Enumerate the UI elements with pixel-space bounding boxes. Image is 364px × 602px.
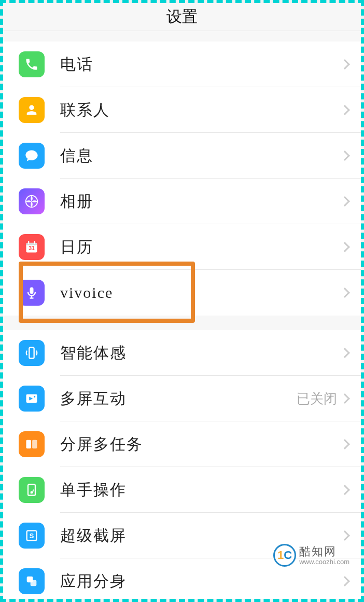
chevron-right-icon <box>340 439 350 449</box>
svg-text:31: 31 <box>29 245 35 251</box>
row-label: 应用分身 <box>60 571 341 592</box>
settings-row-voice[interactable]: vivoice <box>3 270 361 316</box>
phone-icon <box>19 51 45 77</box>
chevron-right-icon <box>340 105 350 115</box>
chevron-right-icon <box>340 288 350 298</box>
svg-rect-9 <box>29 348 34 359</box>
chevron-right-icon <box>340 348 350 358</box>
row-label: 单手操作 <box>60 480 341 501</box>
chevron-right-icon <box>340 150 350 161</box>
row-label: 联系人 <box>60 100 341 121</box>
svg-rect-15 <box>28 485 35 496</box>
svg-point-12 <box>34 396 35 398</box>
chevron-right-icon <box>340 196 350 207</box>
row-label: 信息 <box>60 145 341 167</box>
row-label: 智能体感 <box>60 343 341 364</box>
page-title: 设置 <box>166 6 198 28</box>
screenshot-icon: S <box>19 523 45 549</box>
svg-rect-19 <box>31 580 37 586</box>
contacts-icon <box>19 97 45 123</box>
chevron-right-icon <box>340 59 350 70</box>
voice-icon <box>19 280 45 306</box>
multiscreen-icon <box>19 386 45 412</box>
svg-text:S: S <box>30 532 34 540</box>
row-label: 日历 <box>60 237 341 258</box>
settings-row-multiscreen[interactable]: 多屏互动已关闭 <box>3 376 361 421</box>
row-value: 已关闭 <box>297 390 337 408</box>
svg-rect-3 <box>28 241 29 244</box>
calendar-icon: 31 <box>19 234 45 260</box>
svg-rect-14 <box>32 440 37 448</box>
settings-row-onehand[interactable]: 单手操作 <box>3 467 361 513</box>
gallery-icon <box>19 188 45 214</box>
messages-icon <box>19 143 45 169</box>
watermark-name: 酷知网 <box>299 546 349 557</box>
row-label: 电话 <box>60 54 341 75</box>
settings-row-contacts[interactable]: 联系人 <box>3 87 361 133</box>
settings-row-calendar[interactable]: 31日历 <box>3 224 361 270</box>
page-header: 设置 <box>3 3 361 31</box>
row-label: 分屏多任务 <box>60 434 341 455</box>
watermark-logo: 1C <box>273 544 296 567</box>
motion-icon <box>19 340 45 366</box>
chevron-right-icon <box>340 242 350 252</box>
svg-rect-6 <box>30 288 34 294</box>
row-label: 相册 <box>60 191 341 212</box>
chevron-right-icon <box>340 576 350 586</box>
chevron-right-icon <box>340 530 350 541</box>
onehand-icon <box>19 477 45 503</box>
svg-rect-4 <box>34 241 35 244</box>
settings-row-phone[interactable]: 电话 <box>3 42 361 87</box>
appclone-icon <box>19 568 45 594</box>
svg-rect-13 <box>26 440 31 448</box>
settings-row-gallery[interactable]: 相册 <box>3 179 361 224</box>
watermark-url: www.coozhi.com <box>299 558 349 565</box>
splitscreen-icon <box>19 431 45 457</box>
watermark: 1C 酷知网 www.coozhi.com <box>273 544 349 567</box>
row-label: 超级截屏 <box>60 525 341 546</box>
row-label: vivoice <box>60 284 341 302</box>
row-label: 多屏互动 <box>60 388 297 409</box>
settings-row-motion[interactable]: 智能体感 <box>3 330 361 376</box>
chevron-right-icon <box>340 393 350 404</box>
chevron-right-icon <box>340 485 350 495</box>
settings-row-splitscreen[interactable]: 分屏多任务 <box>3 421 361 467</box>
settings-row-messages[interactable]: 信息 <box>3 133 361 179</box>
